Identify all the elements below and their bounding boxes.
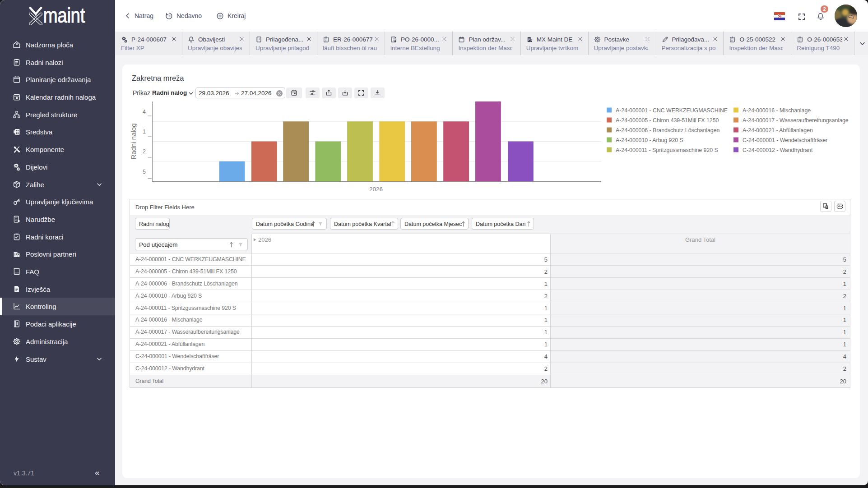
svg-text:2026: 2026 <box>369 186 383 193</box>
svg-text:A-24-000011 - Spritzgussmaschi: A-24-000011 - Spritzgussmaschine 920 S <box>616 147 718 153</box>
svg-text:A-24-000006 - Brandschutz Lösc: A-24-000006 - Brandschutz Löschanlagen <box>616 127 720 134</box>
svg-text:A-24-000001 - CNC WERKZEUGMASC: A-24-000001 - CNC WERKZEUGMASCHINE <box>616 107 728 114</box>
svg-text:5: 5 <box>143 169 146 175</box>
svg-text:A-24-000010 - Arbug 920 S: A-24-000010 - Arbug 920 S <box>616 137 683 143</box>
svg-text:A-24-000017 - Wasseraufbereitu: A-24-000017 - Wasseraufbereitungsanlage <box>743 117 849 124</box>
svg-text:4: 4 <box>143 109 146 115</box>
svg-text:2: 2 <box>143 148 146 155</box>
svg-text:C-24-000001 - Wendelschaftfräs: C-24-000001 - Wendelschaftfräser <box>743 137 827 143</box>
svg-text:C-24-000012 - Wandhydrant: C-24-000012 - Wandhydrant <box>743 147 813 153</box>
svg-text:A-24-000016 - Mischanlage: A-24-000016 - Mischanlage <box>743 107 811 114</box>
svg-text:Radni nalog: Radni nalog <box>130 123 137 159</box>
svg-text:A-24-000021 - Abfüllanlagen: A-24-000021 - Abfüllanlagen <box>743 127 813 134</box>
svg-text:1: 1 <box>143 129 146 135</box>
svg-text:A-24-000005 - Chiron 439-51Mil: A-24-000005 - Chiron 439-51Mill FX 1250 <box>616 117 719 124</box>
svg-text:xlsx: xlsx <box>838 205 842 207</box>
svg-text:maint: maint <box>43 6 85 27</box>
